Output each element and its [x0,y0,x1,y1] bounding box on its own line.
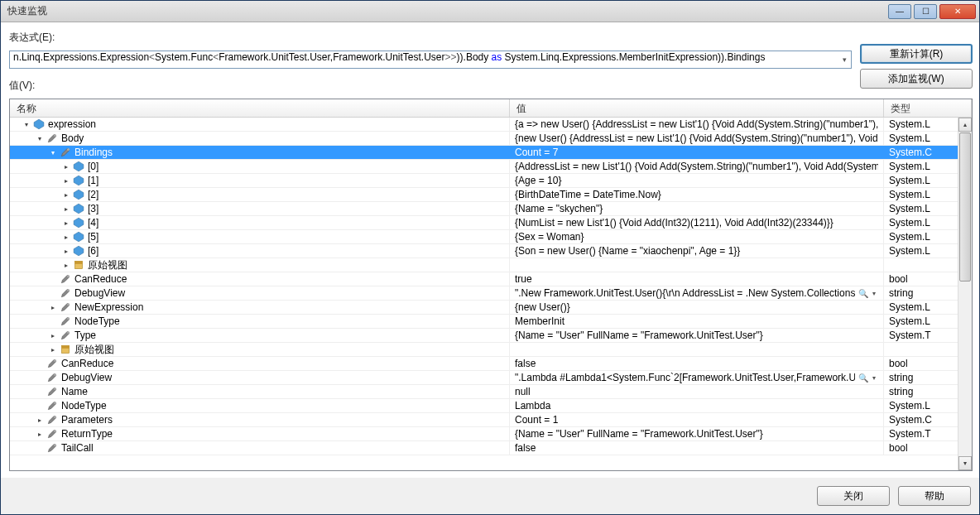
quickwatch-window: 快速监视 — ☐ ✕ 表达式(E): n.Linq.Expressions.Ex… [0,0,980,515]
row-value: {new User() {AddressList = new List'1() … [515,132,878,145]
table-row[interactable]: ▸ParametersCount = 1System.C [10,413,972,427]
minimize-button[interactable]: — [888,4,911,19]
table-row[interactable]: ▸原始视图 [10,343,972,357]
table-row[interactable]: ▸Type{Name = "User" FullName = "Framewor… [10,329,972,343]
field-icon [73,217,84,229]
table-row[interactable]: ▸原始视图 [10,258,972,272]
window-controls: — ☐ ✕ [888,4,978,19]
row-value: MemberInit [515,315,878,328]
table-row[interactable]: ▾BindingsCount = 7System.C [10,146,972,160]
expand-icon[interactable]: ▸ [61,176,70,185]
wrench-icon [60,330,71,341]
table-row[interactable]: ▾expression{a => new User() {AddressList… [10,118,972,132]
table-row[interactable]: ▸ReturnType{Name = "User" FullName = "Fr… [10,427,972,441]
row-name: CanReduce [74,272,127,286]
svg-point-15 [67,317,70,320]
row-value: ".New Framework.UnitTest.User(){\r\n Add… [515,286,855,300]
svg-point-14 [67,303,70,306]
expand-icon[interactable]: ▸ [61,205,70,214]
grid-header: 名称 值 类型 [10,99,972,118]
scroll-down-button[interactable]: ▾ [958,456,972,470]
column-header-type[interactable]: 类型 [884,99,972,117]
row-name: [1] [88,174,98,187]
wrench-icon [60,273,71,285]
collapse-icon[interactable]: ▾ [22,120,31,129]
expand-icon[interactable]: ▸ [61,162,70,171]
table-row[interactable]: CanReducetruebool [10,272,972,286]
table-row[interactable]: ▸[4]{NumList = new List'1() {Void Add(In… [10,216,972,230]
svg-marker-9 [74,246,84,256]
dropdown-icon[interactable]: ▾ [838,55,851,64]
table-row[interactable]: ▾Body{new User() {AddressList = new List… [10,132,972,146]
expression-combobox[interactable]: n.Linq.Expressions.Expression<System.Fun… [9,51,852,69]
svg-marker-8 [74,232,84,242]
grid-body[interactable]: ▾expression{a => new User() {AddressList… [10,118,972,470]
row-name: DebugView [74,286,125,300]
visualizer-icon[interactable]: 🔍 [858,286,870,300]
wrench-icon [46,372,58,383]
expand-icon[interactable]: ▸ [61,247,70,256]
svg-rect-11 [74,261,82,264]
visualizer-icon[interactable]: 🔍 [858,371,870,384]
table-row[interactable]: Namenullstring [10,385,972,399]
field-icon [73,245,84,257]
column-header-value[interactable]: 值 [510,99,884,117]
close-window-button[interactable]: ✕ [939,4,976,19]
table-row[interactable]: TailCallfalsebool [10,441,972,455]
maximize-button[interactable]: ☐ [914,4,937,19]
svg-point-23 [54,416,56,418]
add-watch-button[interactable]: 添加监视(W) [860,69,973,89]
svg-point-19 [54,359,56,362]
expression-input[interactable]: n.Linq.Expressions.Expression<System.Fun… [10,51,838,68]
row-value: {a => new User() {AddressList = new List… [515,118,878,131]
row-value: {Age = 10} [515,174,878,187]
reevaluate-button[interactable]: 重新计算(R) [860,44,973,64]
struct-icon [73,259,84,271]
table-row[interactable]: ▸[3]{Name = "skychen"}System.L [10,202,972,216]
table-row[interactable]: ▸[6]{Son = new User() {Name = "xiaochenp… [10,244,972,258]
table-row[interactable]: NodeTypeLambdaSystem.L [10,399,972,413]
expand-icon[interactable]: ▸ [48,331,57,340]
row-value: {BirthDateTime = DateTime.Now} [515,188,878,201]
table-row[interactable]: DebugView".New Framework.UnitTest.User()… [10,286,972,301]
expand-icon[interactable]: ▸ [61,219,70,228]
close-button[interactable]: 关闭 [817,486,890,506]
table-row[interactable]: ▸[1]{Age = 10}System.L [10,174,972,188]
row-name: [0] [88,160,98,173]
scroll-up-button[interactable]: ▴ [958,118,972,132]
wrench-icon [60,147,71,158]
column-header-name[interactable]: 名称 [10,99,510,117]
wrench-icon [46,400,58,412]
collapse-icon[interactable]: ▾ [35,134,44,143]
row-value: null [515,385,878,398]
row-value: {Name = "User" FullName = "Framework.Uni… [515,427,878,440]
struct-icon [60,344,71,355]
table-row[interactable]: ▸[2]{BirthDateTime = DateTime.Now}System… [10,188,972,202]
visualizer-dropdown-icon[interactable]: ▾ [870,286,878,300]
expand-icon[interactable]: ▸ [35,430,44,439]
titlebar[interactable]: 快速监视 — ☐ ✕ [1,1,979,22]
table-row[interactable]: ▸NewExpression{new User()}System.L [10,301,972,315]
table-row[interactable]: ▸[5]{Sex = Woman}System.L [10,230,972,244]
collapse-icon[interactable]: ▾ [48,148,57,157]
wrench-icon [46,132,58,144]
wrench-icon [46,414,58,426]
row-value: Count = 1 [515,413,878,426]
expand-icon[interactable]: ▸ [61,190,70,200]
expand-icon[interactable]: ▸ [35,416,44,425]
vertical-scrollbar[interactable]: ▴ ▾ [958,118,972,470]
visualizer-dropdown-icon[interactable]: ▾ [870,371,878,384]
expand-icon[interactable]: ▸ [61,261,70,270]
expand-icon[interactable]: ▸ [48,345,57,354]
table-row[interactable]: CanReducefalsebool [10,357,972,371]
scroll-thumb[interactable] [959,132,971,282]
table-row[interactable]: ▸[0]{AddressList = new List'1() {Void Ad… [10,160,972,174]
svg-rect-18 [61,345,69,349]
row-value: false [515,357,878,370]
table-row[interactable]: NodeTypeMemberInitSystem.L [10,315,972,329]
field-icon [73,189,84,200]
expand-icon[interactable]: ▸ [48,303,57,312]
table-row[interactable]: DebugView".Lambda #Lambda1<System.Func`2… [10,371,972,385]
expand-icon[interactable]: ▸ [61,233,70,242]
help-button[interactable]: 帮助 [898,486,971,506]
